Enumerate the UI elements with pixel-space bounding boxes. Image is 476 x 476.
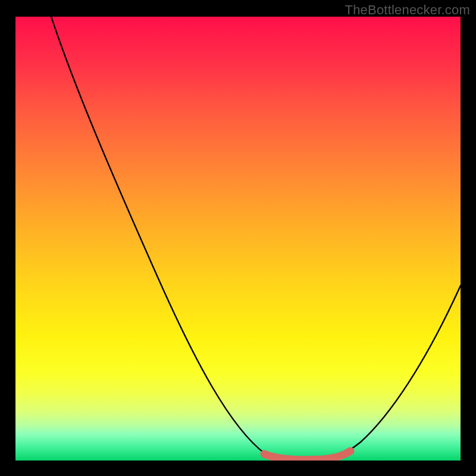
watermark-text: TheBottlenecker.com	[345, 2, 470, 18]
curve-layer	[15, 17, 461, 461]
plot-area	[15, 17, 461, 461]
chart-frame: TheBottlenecker.com	[0, 0, 476, 476]
highlight-segment	[264, 451, 350, 460]
bottleneck-curve	[51, 17, 461, 460]
